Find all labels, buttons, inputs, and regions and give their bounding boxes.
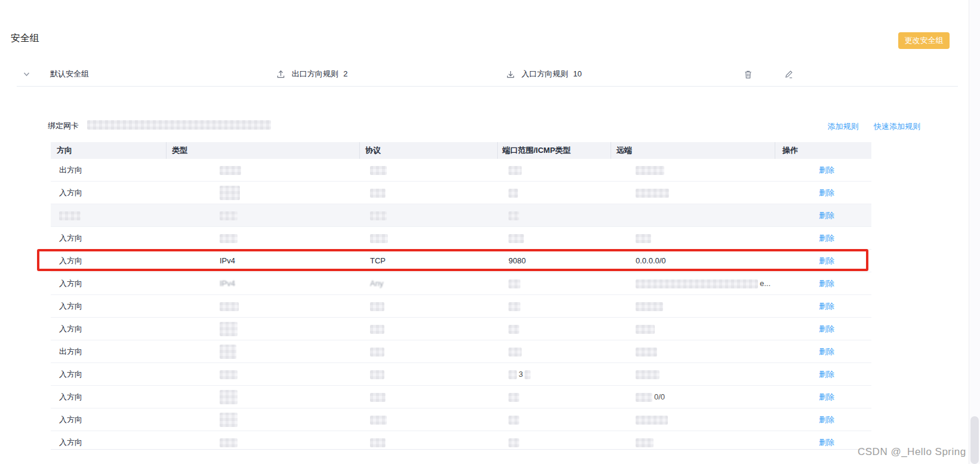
delete-rule-link[interactable]: 删除: [819, 302, 834, 311]
delete-rule-link[interactable]: 删除: [819, 415, 834, 424]
cell-protocol: [359, 386, 497, 408]
cell-type: [166, 295, 359, 318]
edit-group-button[interactable]: [779, 62, 797, 86]
column-header-action: 操作: [775, 142, 871, 159]
cell-protocol: [359, 204, 497, 227]
table-row: 入方向IPv4Anye...删除: [51, 272, 871, 295]
security-group-header-row[interactable]: 默认安全组 出口方向规则 2 入口方向规则 10: [17, 62, 958, 87]
table-row: 出方向删除: [51, 159, 871, 182]
cell-port: [497, 318, 611, 340]
delete-rule-link[interactable]: 删除: [819, 188, 834, 197]
table-row: 入方向3删除: [51, 363, 871, 386]
add-rule-link[interactable]: 添加规则: [827, 122, 858, 131]
cell-type: [166, 340, 359, 363]
mosaic-redaction: [509, 438, 519, 447]
cell-direction: 入方向: [51, 408, 166, 431]
delete-rule-link[interactable]: 删除: [819, 211, 834, 220]
mosaic-redaction: [509, 279, 520, 288]
mosaic-redaction: [370, 189, 386, 198]
mosaic-redaction: [636, 189, 669, 198]
cell-remote: [611, 408, 775, 431]
outbound-rules-tab[interactable]: 出口方向规则 2: [276, 62, 347, 86]
smudged-value: Any: [370, 279, 383, 288]
delete-group-button[interactable]: [739, 62, 757, 86]
scrollbar-thumb[interactable]: [970, 416, 979, 464]
cell-port: [497, 182, 611, 204]
cell-action: 删除: [775, 182, 871, 204]
cell-port: [497, 204, 611, 227]
cell-remote: 0/0: [611, 386, 775, 408]
bound-nic-redaction: [87, 120, 271, 130]
mosaic-redaction: [370, 438, 386, 447]
delete-rule-link[interactable]: 删除: [819, 392, 834, 401]
delete-rule-link[interactable]: 删除: [819, 279, 834, 288]
mosaic-redaction: [220, 322, 238, 336]
delete-rule-link[interactable]: 删除: [819, 438, 834, 447]
cell-action: 删除: [775, 363, 871, 386]
table-row: 入方向删除: [51, 295, 871, 318]
outbound-rules-count: 2: [343, 69, 347, 78]
cell-type: [166, 159, 359, 182]
cell-direction: 入方向: [51, 431, 166, 450]
table-row: 入方向删除: [51, 318, 871, 340]
mosaic-redaction: [636, 325, 655, 334]
chevron-down-icon[interactable]: [23, 62, 30, 86]
delete-rule-link[interactable]: 删除: [819, 324, 834, 333]
cell-protocol: [359, 318, 497, 340]
delete-rule-link[interactable]: 删除: [819, 233, 834, 242]
partial-visible-value: 0/0: [654, 392, 665, 401]
security-rules-table: 方向类型协议端口范围/ICMP类型远端操作 出方向删除入方向删除删除入方向删除入…: [51, 142, 871, 450]
cell-type: [166, 363, 359, 386]
cell-remote: 0.0.0.0/0: [611, 250, 775, 272]
cell-remote: [611, 318, 775, 340]
cell-protocol: [359, 340, 497, 363]
mosaic-redaction: [220, 390, 238, 404]
outbound-rules-label: 出口方向规则: [292, 69, 338, 78]
cell-action: 删除: [775, 386, 871, 408]
table-row: 入方向删除: [51, 431, 871, 450]
column-header-protocol: 协议: [359, 142, 497, 159]
cell-direction: 入方向: [51, 363, 166, 386]
mosaic-redaction: [220, 438, 238, 447]
cell-type: IPv4: [166, 250, 359, 272]
page-title: 安全组: [11, 32, 39, 45]
mosaic-redaction: [220, 413, 238, 427]
table-row: 入方向删除: [51, 227, 871, 250]
security-group-name: 默认安全组: [50, 62, 89, 86]
inbound-rules-tab[interactable]: 入口方向规则 10: [506, 62, 582, 86]
mosaic-redaction: [636, 438, 654, 447]
smudged-value: IPv4: [220, 279, 235, 288]
cell-remote: [611, 227, 775, 250]
cell-action: 删除: [775, 408, 871, 431]
mosaic-redaction: [636, 302, 663, 311]
mosaic-redaction: [220, 345, 236, 359]
delete-rule-link[interactable]: 删除: [819, 370, 834, 379]
cell-type: [166, 386, 359, 408]
cell-port: 9080: [497, 250, 611, 272]
mosaic-redaction: [509, 348, 522, 357]
cell-remote: [611, 295, 775, 318]
delete-rule-link[interactable]: 删除: [819, 165, 834, 174]
cell-action: 删除: [775, 295, 871, 318]
inbound-rules-count: 10: [573, 69, 581, 78]
cell-remote: [611, 204, 775, 227]
delete-rule-link[interactable]: 删除: [819, 256, 834, 265]
mosaic-redaction: [509, 234, 524, 243]
cell-remote: e...: [611, 272, 775, 295]
cell-port: [497, 295, 611, 318]
cell-type: [166, 318, 359, 340]
mosaic-redaction: [370, 302, 384, 311]
cell-direction: 入方向: [51, 318, 166, 340]
mosaic-redaction: [220, 234, 238, 243]
partial-visible-value: 3: [519, 370, 523, 379]
table-row: 入方向删除: [51, 182, 871, 204]
column-header-remote: 远端: [611, 142, 775, 159]
delete-rule-link[interactable]: 删除: [819, 347, 834, 356]
cell-type: [166, 227, 359, 250]
mosaic-redaction: [525, 370, 531, 379]
cell-value: TCP: [370, 256, 386, 265]
cell-action: 删除: [775, 340, 871, 363]
cell-port: 3: [497, 363, 611, 386]
change-security-group-button[interactable]: 更改安全组: [898, 32, 950, 49]
quick-add-rule-link[interactable]: 快速添加规则: [874, 122, 920, 131]
